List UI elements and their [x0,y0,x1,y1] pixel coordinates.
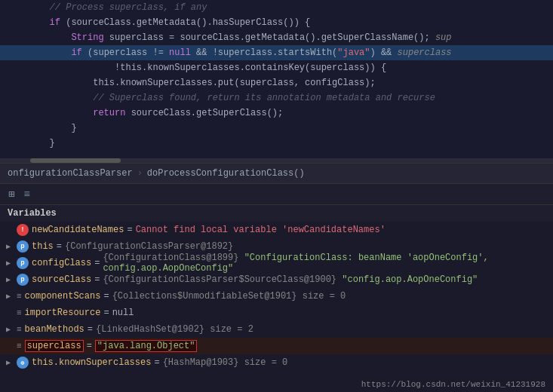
code-text: !this.knownSuperclasses.containsKey(supe… [6,60,386,75]
expand-icon[interactable]: ▶ [6,325,17,334]
info-icon: p [17,257,29,269]
var-eq: = [103,291,109,302]
variable-row-superclass[interactable]: ≡ superclass = "java.lang.Object" [0,338,553,354]
var-name: sourceClass [32,274,91,285]
equals-icon: ≡ [17,292,22,301]
var-name: beanMethods [25,324,84,335]
code-line: // Process superclass, if any [0,0,553,15]
variable-row-importResource[interactable]: ≡ importResource = null [0,305,553,321]
var-value: {HashMap@1903} size = 0 [163,357,288,368]
panel-header: Variables [0,205,553,222]
var-name: this [32,241,54,252]
code-line: } [0,136,553,151]
breadcrumb-part2: doProcessConfigurationClass() [147,168,305,179]
code-line: // Superclass found, return its annotati… [0,90,553,106]
variable-row-beanMethods[interactable]: ▶ ≡ beanMethods = {LinkedHashSet@1902} s… [0,321,553,338]
variable-row-newCandidateNames[interactable]: ! newCandidateNames = Cannot find local … [0,222,553,238]
variable-row-configClass[interactable]: ▶ p configClass = {ConfigurationClass@18… [0,255,553,271]
var-name: newCandidateNames [32,225,124,235]
var-value: {ConfigurationClassParser@1892} [65,241,233,252]
var-value: null [112,308,134,318]
info-icon: p [17,274,29,286]
horizontal-scrollbar[interactable] [0,158,553,163]
code-text: } [6,136,55,151]
code-comment: // Process superclass, if any [6,0,207,15]
var-value: {LinkedHashSet@1902} size = 2 [96,324,253,335]
equals-icon: ≡ [17,341,22,351]
code-text: if (superclass != null && !superclass.st… [6,45,452,60]
var-value: {Collections$UnmodifiableSet@1901} size … [112,291,346,302]
var-value: Cannot find local variable 'newCandidate… [136,225,386,235]
code-text: } [6,121,77,136]
debug-toolbar: ⊞ ≡ [0,184,553,205]
variable-row-knownSuperclasses[interactable]: ▶ ⊕ this.knownSuperclasses = {HashMap@19… [0,354,553,371]
watermark: https://blog.csdn.net/weixin_41231928 [361,380,545,389]
var-eq: = [94,274,100,285]
code-text: this.knownSuperclasses.put(superclass, c… [6,75,376,90]
code-line: this.knownSuperclasses.put(superclass, c… [0,75,553,90]
expand-icon [6,226,17,234]
expand-icon[interactable]: ▶ [6,242,17,251]
code-line: return sourceClass.getSuperClass(); [0,106,553,121]
equals-icon: ≡ [17,325,22,334]
expand-icon [6,342,17,351]
var-value: {ConfigurationClass@1899} "Configuration… [103,253,553,274]
var-name: configClass [32,258,91,268]
code-line: if (sourceClass.getMetadata().hasSuperCl… [0,15,553,30]
code-text: return sourceClass.getSuperClass(); [6,106,283,121]
var-value: {ConfigurationClassParser$SourceClass@19… [103,274,478,285]
info-icon: ⊕ [17,357,29,369]
var-name: componentScans [25,291,101,302]
panel-title-rest: ariables [13,208,57,219]
var-eq: = [94,258,100,268]
code-comment: // Superclass found, return its annotati… [6,90,435,106]
expand-icon[interactable]: ▶ [6,358,17,367]
var-name: superclass [25,340,84,352]
var-eq: = [87,341,92,351]
list-icon[interactable]: ≡ [21,187,32,202]
code-line: } [0,121,553,136]
variable-row-sourceClass[interactable]: ▶ p sourceClass = {ConfigurationClassPar… [0,271,553,288]
variable-row-componentScans[interactable]: ▶ ≡ componentScans = {Collections$Unmodi… [0,288,553,305]
grid-icon[interactable]: ⊞ [6,186,17,202]
expand-icon[interactable]: ▶ [6,275,17,284]
breadcrumb-sep: › [137,168,143,179]
code-text: if (sourceClass.getMetadata().hasSuperCl… [6,15,310,30]
scrollbar-thumb[interactable] [30,158,121,163]
var-eq: = [154,357,159,368]
code-line: String superclass = sourceClass.getMetad… [0,30,553,45]
code-line: !this.knownSuperclasses.containsKey(supe… [0,60,553,75]
var-eq: = [57,241,62,252]
expand-icon [6,309,17,317]
code-line-highlight: if (superclass != null && !superclass.st… [0,45,553,60]
expand-icon[interactable]: ▶ [6,292,17,301]
variables-panel: Variables ! newCandidateNames = Cannot f… [0,205,553,392]
info-icon: p [17,240,29,253]
error-icon: ! [17,224,29,236]
var-value: "java.lang.Object" [95,340,198,352]
code-editor: // Process superclass, if any if (source… [0,0,553,158]
breadcrumb-part1: onfigurationClassParser [8,168,133,179]
code-text: String superclass = sourceClass.getMetad… [6,30,452,45]
expand-icon[interactable]: ▶ [6,259,17,268]
var-eq: = [88,324,93,335]
var-eq: = [103,308,109,318]
var-name: importResource [25,308,101,318]
var-eq: = [127,225,132,235]
var-name: this.knownSuperclasses [32,357,151,368]
breadcrumb-bar: onfigurationClassParser › doProcessConfi… [0,163,553,184]
equals-icon: ≡ [17,308,22,317]
